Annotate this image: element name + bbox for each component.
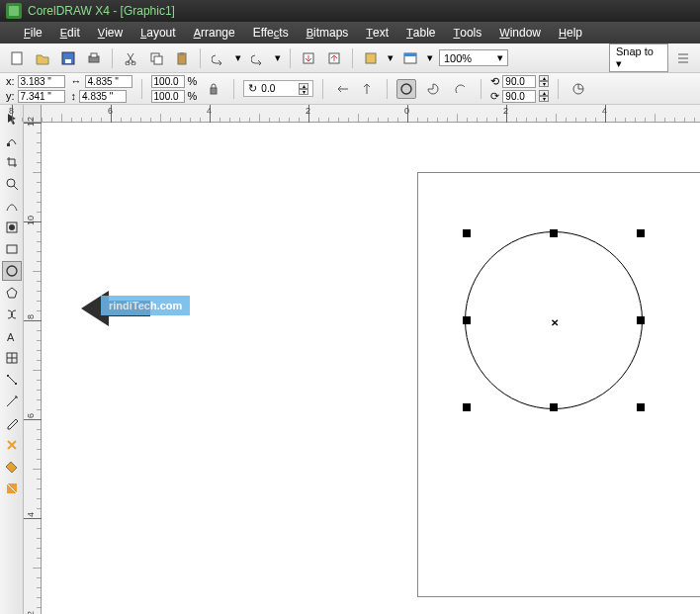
handle-se[interactable]: [637, 403, 645, 411]
menu-arrange[interactable]: Arrange: [194, 26, 235, 40]
dimension-tool[interactable]: [2, 370, 22, 390]
svg-rect-0: [12, 52, 22, 64]
shape-tool[interactable]: [2, 131, 22, 150]
menu-tools[interactable]: Tools: [454, 26, 482, 40]
mirror-h-button[interactable]: [332, 78, 354, 100]
horizontal-ruler[interactable]: 864202468: [42, 105, 700, 123]
smart-fill-tool[interactable]: [2, 218, 22, 237]
print-button[interactable]: [83, 47, 105, 69]
lock-ratio-button[interactable]: [203, 78, 224, 100]
menu-edit[interactable]: Edit: [60, 26, 80, 40]
snapto-combo[interactable]: Snap to ▾: [609, 44, 668, 72]
width-input[interactable]: [85, 75, 132, 88]
import-button[interactable]: [298, 47, 319, 69]
titlebar: CorelDRAW X4 - [Graphic1]: [0, 0, 700, 22]
angle2-spinner[interactable]: ▴▾: [539, 90, 549, 102]
options-button[interactable]: [672, 47, 694, 69]
scale-y-input[interactable]: [151, 90, 185, 103]
menu-table[interactable]: Table: [406, 26, 435, 40]
svg-rect-10: [180, 52, 184, 55]
ruler-space: 864202468 121086420 ✕ rindiTech.com: [24, 105, 700, 614]
menu-view[interactable]: View: [98, 26, 123, 40]
handle-sw[interactable]: [463, 403, 471, 411]
menu-window[interactable]: Window: [499, 26, 541, 40]
table-tool[interactable]: [2, 348, 22, 368]
interactive-fill-tool[interactable]: [2, 479, 22, 498]
handle-s[interactable]: [550, 403, 558, 411]
menu-bitmaps[interactable]: Bitmaps: [306, 26, 349, 40]
pie-mode-button[interactable]: [422, 78, 444, 100]
size-group: ↔ ↕: [71, 75, 132, 103]
text-tool[interactable]: A: [2, 326, 22, 346]
welcome-dropdown[interactable]: ▾: [425, 47, 435, 69]
rectangle-tool[interactable]: [2, 239, 22, 259]
rotation-spinner[interactable]: ▴▾: [299, 83, 308, 95]
eyedropper-tool[interactable]: [2, 413, 22, 433]
menu-layout[interactable]: Layout: [140, 26, 175, 40]
height-input[interactable]: [79, 90, 127, 103]
menubar: File Edit View Layout Arrange Effects Bi…: [0, 22, 700, 44]
separator: [200, 48, 201, 68]
redo-button[interactable]: [247, 47, 269, 69]
interactive-tool[interactable]: [2, 392, 22, 411]
menu-file[interactable]: File: [24, 26, 43, 40]
watermark-label: rindiTech.com: [101, 296, 190, 315]
rotation-input[interactable]: [261, 83, 295, 94]
crop-tool[interactable]: [2, 152, 22, 172]
pct-label: %: [188, 90, 198, 102]
polygon-tool[interactable]: [2, 283, 22, 303]
cut-button[interactable]: [120, 47, 141, 69]
basic-shapes-tool[interactable]: [2, 305, 22, 324]
save-button[interactable]: [57, 47, 79, 69]
export-button[interactable]: [323, 47, 345, 69]
freehand-tool[interactable]: [2, 196, 22, 216]
zoom-tool[interactable]: [2, 174, 22, 194]
app-launcher-dropdown[interactable]: ▾: [386, 47, 395, 69]
handle-n[interactable]: [550, 229, 558, 237]
scale-x-input[interactable]: [151, 75, 185, 88]
ellipse-mode-button[interactable]: [396, 79, 416, 99]
copy-button[interactable]: [145, 47, 167, 69]
direction-button[interactable]: [568, 78, 589, 100]
paste-button[interactable]: [171, 47, 193, 69]
angle1-input[interactable]: [502, 75, 536, 88]
angle-icon: ⟲: [490, 75, 499, 88]
separator: [141, 79, 142, 99]
arc-mode-button[interactable]: [450, 78, 472, 100]
handle-w[interactable]: [463, 316, 471, 324]
separator: [322, 79, 323, 99]
menu-text[interactable]: Text: [366, 26, 389, 40]
scale-group: % %: [151, 75, 198, 103]
x-input[interactable]: [18, 75, 65, 88]
center-marker[interactable]: ✕: [551, 317, 559, 328]
vertical-ruler[interactable]: 121086420: [24, 123, 42, 614]
y-input[interactable]: [18, 90, 65, 103]
new-button[interactable]: [6, 47, 28, 69]
rotation-group: ↻ ▴▾: [243, 80, 313, 97]
undo-dropdown[interactable]: ▾: [233, 47, 243, 69]
fill-tool[interactable]: [2, 457, 22, 477]
mirror-v-button[interactable]: [356, 78, 378, 100]
open-button[interactable]: [32, 47, 53, 69]
angle1-spinner[interactable]: ▴▾: [539, 75, 549, 87]
redo-dropdown[interactable]: ▾: [273, 47, 283, 69]
handle-ne[interactable]: [637, 229, 645, 237]
ellipse-tool[interactable]: [2, 261, 22, 281]
zoom-combo[interactable]: 100%▾: [439, 49, 508, 66]
menu-help[interactable]: Help: [559, 26, 582, 40]
menu-effects[interactable]: Effects: [253, 26, 289, 40]
undo-button[interactable]: [208, 47, 229, 69]
angle2-input[interactable]: [502, 90, 536, 103]
canvas[interactable]: ✕ rindiTech.com: [42, 123, 700, 614]
separator: [387, 79, 388, 99]
svg-text:A: A: [7, 331, 15, 343]
app-launcher-button[interactable]: [360, 47, 382, 69]
handle-nw[interactable]: [463, 229, 471, 237]
standard-toolbar: ▾ ▾ ▾ ▾ 100%▾ Snap to ▾: [0, 44, 700, 73]
svg-point-22: [9, 224, 15, 230]
welcome-button[interactable]: [399, 47, 421, 69]
svg-point-24: [7, 266, 17, 276]
handle-e[interactable]: [637, 316, 645, 324]
x-label: x:: [6, 75, 15, 87]
outline-tool[interactable]: [2, 435, 22, 455]
